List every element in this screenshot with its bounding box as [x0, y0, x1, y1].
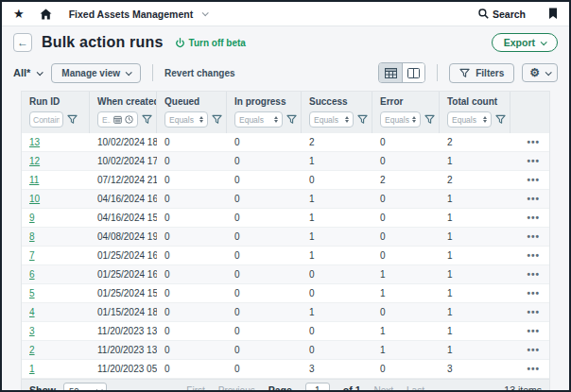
- queued-cell: 0: [157, 190, 227, 208]
- row-actions-menu[interactable]: •••: [510, 247, 549, 264]
- queued-filter-select[interactable]: Equals: [164, 111, 208, 128]
- row-actions-menu[interactable]: •••: [510, 209, 549, 227]
- settings-button[interactable]: ⚙: [522, 63, 558, 82]
- updown-icon: [345, 116, 349, 123]
- when-created-funnel-icon[interactable]: [142, 114, 152, 125]
- total-count-funnel-icon[interactable]: [495, 114, 506, 125]
- run-id-link[interactable]: 1: [29, 364, 35, 374]
- column-header-when-created[interactable]: When created↓: [90, 92, 157, 109]
- run-id-link[interactable]: 10: [29, 194, 40, 204]
- table-row[interactable]: 12 10/02/2024 17:1... 0 0 1 0 1 •••: [22, 152, 549, 171]
- filters-button[interactable]: Filters: [449, 63, 514, 83]
- run-id-link[interactable]: 11: [29, 175, 39, 185]
- run-id-link[interactable]: 4: [29, 307, 35, 317]
- calendar-icon[interactable]: [113, 115, 122, 124]
- error-cell: 0: [372, 209, 440, 227]
- page-label: Page: [268, 384, 292, 392]
- table-row[interactable]: 10 04/16/2024 16:0... 0 0 1 0 1 •••: [22, 190, 549, 209]
- column-header-total-count[interactable]: Total count: [440, 92, 510, 109]
- row-actions-menu[interactable]: •••: [510, 322, 549, 340]
- in-progress-filter-select[interactable]: Equals: [234, 111, 283, 128]
- table-view-button[interactable]: [379, 63, 402, 82]
- column-header-in-progress[interactable]: In progress: [227, 92, 302, 109]
- queued-cell: 0: [157, 284, 227, 302]
- in-progress-funnel-icon[interactable]: [286, 114, 297, 125]
- table-row[interactable]: 1 11/20/2023 05:0... 0 0 3 0 3 •••: [22, 360, 549, 379]
- total-count-filter-select[interactable]: Equals: [447, 111, 492, 128]
- app-switcher-chevron-icon[interactable]: [202, 9, 209, 16]
- row-actions-menu[interactable]: •••: [510, 303, 549, 321]
- when-created-cell: 04/16/2024 15:5...: [90, 209, 157, 227]
- column-header-success[interactable]: Success: [302, 92, 372, 109]
- run-id-link[interactable]: 13: [29, 137, 40, 147]
- error-cell: 0: [372, 247, 440, 264]
- run-id-link[interactable]: 8: [29, 231, 35, 242]
- success-cell: 1: [302, 209, 372, 227]
- when-created-cell: 10/02/2024 17:1...: [90, 152, 157, 170]
- table-row[interactable]: 2 11/20/2023 13:0... 0 0 0 1 1 •••: [22, 341, 549, 360]
- view-selector-dropdown[interactable]: All*: [13, 67, 42, 78]
- row-actions-menu[interactable]: •••: [510, 360, 549, 378]
- in-progress-cell: 0: [227, 228, 302, 246]
- run-id-link[interactable]: 9: [29, 213, 35, 223]
- table-filter-row: E... Equals Equals Equals Equals: [22, 109, 549, 133]
- table-row[interactable]: 3 11/20/2023 13:0... 0 0 0 1 1 •••: [22, 322, 549, 341]
- error-funnel-icon[interactable]: [424, 114, 435, 125]
- revert-changes-link[interactable]: Revert changes: [164, 68, 234, 78]
- row-actions-menu[interactable]: •••: [510, 284, 549, 302]
- table-row[interactable]: 9 04/16/2024 15:5... 0 0 1 0 1 •••: [22, 209, 549, 228]
- success-funnel-icon[interactable]: [357, 114, 368, 125]
- success-filter-select[interactable]: Equals: [309, 111, 354, 128]
- column-header-run-id[interactable]: Run ID: [22, 92, 90, 109]
- previous-page-button[interactable]: Previous: [218, 385, 255, 392]
- clock-icon[interactable]: [125, 115, 133, 124]
- back-button[interactable]: ←: [13, 33, 32, 52]
- favorite-star-icon[interactable]: ★: [13, 8, 25, 20]
- split-view-button[interactable]: [402, 63, 424, 82]
- search-button[interactable]: Search: [478, 9, 526, 20]
- run-id-funnel-icon[interactable]: [67, 114, 78, 125]
- row-actions-menu[interactable]: •••: [510, 190, 549, 208]
- column-header-queued[interactable]: Queued: [157, 92, 227, 109]
- table-row[interactable]: 4 01/15/2024 18:2... 0 0 1 0 1 •••: [22, 303, 549, 322]
- table-row[interactable]: 8 04/08/2024 19:0... 0 0 1 0 1 •••: [22, 228, 549, 247]
- row-actions-menu[interactable]: •••: [510, 265, 549, 283]
- when-created-filter-input[interactable]: E...: [97, 111, 138, 128]
- page-number-input[interactable]: [305, 383, 330, 392]
- table-row[interactable]: 7 01/25/2024 16:1... 0 0 1 0 1 •••: [22, 247, 549, 265]
- queued-cell: 0: [157, 247, 227, 264]
- table-row[interactable]: 11 07/12/2024 21:2... 0 0 0 2 2 •••: [22, 171, 549, 190]
- home-icon[interactable]: [40, 9, 52, 20]
- run-id-link[interactable]: 5: [29, 288, 35, 298]
- error-filter-select[interactable]: Equals: [380, 111, 421, 128]
- row-actions-menu[interactable]: •••: [510, 171, 549, 189]
- success-cell: 0: [302, 284, 372, 302]
- view-selector-label: All*: [13, 67, 30, 78]
- turn-off-beta-toggle[interactable]: Turn off beta: [175, 38, 246, 48]
- queued-funnel-icon[interactable]: [212, 114, 222, 125]
- page-size-select[interactable]: 50: [63, 383, 107, 392]
- in-progress-cell: 0: [227, 190, 302, 208]
- run-id-filter-input[interactable]: [29, 111, 63, 128]
- run-id-link[interactable]: 6: [29, 269, 35, 280]
- row-actions-menu[interactable]: •••: [510, 152, 549, 170]
- manage-view-button[interactable]: Manage view: [51, 63, 141, 83]
- row-actions-menu[interactable]: •••: [510, 228, 549, 246]
- table-row[interactable]: 6 01/25/2024 16:1... 0 0 0 1 1 •••: [22, 265, 549, 284]
- bookmark-icon[interactable]: [548, 8, 558, 20]
- export-button[interactable]: Export: [492, 33, 558, 52]
- run-id-link[interactable]: 3: [29, 326, 35, 336]
- last-page-button[interactable]: Last: [407, 385, 424, 392]
- success-cell: 0: [302, 171, 372, 189]
- row-actions-menu[interactable]: •••: [510, 133, 549, 151]
- run-id-link[interactable]: 2: [29, 345, 35, 355]
- run-id-link[interactable]: 7: [29, 250, 35, 261]
- first-page-button[interactable]: First: [186, 385, 204, 392]
- column-header-error[interactable]: Error: [372, 92, 440, 109]
- table-row[interactable]: 13 10/02/2024 18:1... 0 0 2 0 2 •••: [22, 133, 549, 152]
- run-id-link[interactable]: 12: [29, 156, 40, 166]
- next-page-button[interactable]: Next: [373, 385, 393, 392]
- table-row[interactable]: 5 01/25/2024 15:3... 0 0 0 1 1 •••: [22, 284, 549, 303]
- power-icon: [175, 38, 185, 48]
- row-actions-menu[interactable]: •••: [510, 341, 549, 359]
